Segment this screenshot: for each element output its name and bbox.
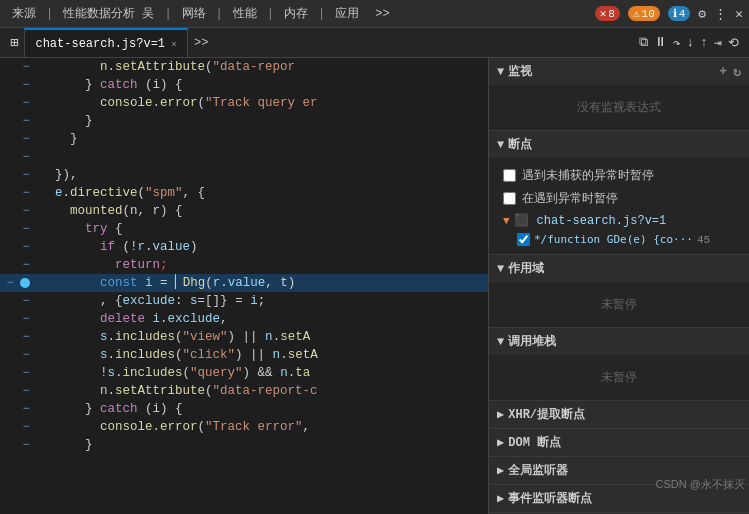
nav-perf-data[interactable]: 性能数据分析 吴 <box>57 3 160 24</box>
code-line: − if (!r.value) <box>0 238 488 256</box>
code-text: if (!r.value) <box>40 238 484 256</box>
breakpoint-item-checkbox[interactable] <box>517 233 530 246</box>
global-expand-icon: ▶ <box>497 463 504 478</box>
gutter: − <box>4 328 40 346</box>
info-count-badge[interactable]: ℹ 4 <box>668 6 691 21</box>
settings-icon[interactable]: ⚙ <box>698 6 706 22</box>
dom-expand-icon: ▶ <box>497 435 504 450</box>
fold-icon[interactable]: − <box>20 382 32 400</box>
uncaught-exception-row: 遇到未捕获的异常时暂停 <box>497 164 741 187</box>
nav-sep4: | <box>267 7 274 21</box>
more-options-icon[interactable]: ⋮ <box>714 6 727 22</box>
nav-more[interactable]: >> <box>369 5 395 23</box>
code-editor: − n.setAttribute("data-repor − } catch (… <box>0 58 489 514</box>
watch-title: 监视 <box>508 63 715 80</box>
breakpoint-line-num: 45 <box>697 234 710 246</box>
split-editor-icon[interactable]: ⧉ <box>639 35 648 50</box>
nav-icons-group: ✕ 8 ⚠ 10 ℹ 4 ⚙ ⋮ ✕ <box>595 6 743 22</box>
fold-icon[interactable]: − <box>20 310 32 328</box>
fold-icon[interactable]: − <box>20 400 32 418</box>
gutter: − <box>4 202 40 220</box>
scope-section: ▼ 作用域 未暂停 <box>489 255 749 328</box>
xhr-header[interactable]: ▶ XHR/提取断点 <box>489 401 749 428</box>
fold-icon[interactable]: − <box>20 292 32 310</box>
breakpoint-item: */function GDe(e) {co··· 45 <box>497 231 741 248</box>
deactivate-breakpoints-icon[interactable]: ⟲ <box>728 35 739 51</box>
code-line: − n.setAttribute("data-repor <box>0 58 488 76</box>
fold-icon[interactable]: − <box>20 346 32 364</box>
fold-icon[interactable]: − <box>20 418 32 436</box>
fold-icon[interactable]: − <box>20 220 32 238</box>
nav-app[interactable]: 应用 <box>329 3 365 24</box>
dom-header[interactable]: ▶ DOM 断点 <box>489 429 749 456</box>
gutter: − <box>4 130 40 148</box>
dom-title: DOM 断点 <box>508 434 741 451</box>
gutter: − <box>4 400 40 418</box>
fold-icon[interactable]: − <box>20 256 32 274</box>
tab-right-icons: ⧉ ⏸ ↷ ↓ ↑ ⇥ ⟲ <box>639 35 745 51</box>
error-count-badge[interactable]: ✕ 8 <box>595 6 620 21</box>
gutter: − <box>4 184 40 202</box>
toggle-sidebar-icon[interactable]: ⊞ <box>4 34 24 51</box>
fold-icon[interactable]: − <box>20 364 32 382</box>
fold-icon[interactable]: − <box>20 202 32 220</box>
caught-exception-checkbox[interactable] <box>503 192 516 205</box>
breakpoint-file-toggle-icon[interactable]: ▼ <box>503 215 510 227</box>
call-stack-header[interactable]: ▼ 调用堆栈 <box>489 328 749 355</box>
fold-icon[interactable]: − <box>20 166 32 184</box>
step-out-icon[interactable]: ↑ <box>700 35 708 50</box>
fold-icon[interactable]: − <box>20 238 32 256</box>
watch-content: 没有监视表达式 <box>489 85 749 130</box>
gutter: − <box>4 220 40 238</box>
nav-memory[interactable]: 内存 <box>278 3 314 24</box>
step-over-icon[interactable]: ↷ <box>673 35 681 51</box>
gutter: − <box>4 238 40 256</box>
gutter: − <box>4 310 40 328</box>
close-devtools-icon[interactable]: ✕ <box>735 6 743 22</box>
tab-chat-search[interactable]: chat-search.js?v=1 ✕ <box>24 28 188 57</box>
step-into-icon[interactable]: ↓ <box>687 35 695 50</box>
uncaught-exception-checkbox[interactable] <box>503 169 516 182</box>
continue-icon[interactable]: ⇥ <box>714 35 722 51</box>
fold-icon[interactable]: − <box>20 130 32 148</box>
code-text: } catch (i) { <box>40 400 484 418</box>
watch-section-header[interactable]: ▼ 监视 + ↻ <box>489 58 749 85</box>
watermark: CSDN @永不抹灭 <box>656 477 745 492</box>
xhr-title: XHR/提取断点 <box>508 406 741 423</box>
fold-icon[interactable]: − <box>20 76 32 94</box>
fold-icon[interactable]: − <box>20 436 32 454</box>
scope-content: 未暂停 <box>489 282 749 327</box>
fold-icon[interactable]: − <box>4 274 16 292</box>
code-line-active: − const i = ▏Dhg(r.value, t) <box>0 274 488 292</box>
code-line: − e.directive("spm", { <box>0 184 488 202</box>
breakpoints-title: 断点 <box>508 136 741 153</box>
fold-icon[interactable]: − <box>20 148 32 166</box>
add-watch-icon[interactable]: + <box>719 64 727 80</box>
fold-icon[interactable]: − <box>20 112 32 130</box>
code-text: !s.includes("query") && n.ta <box>40 364 484 382</box>
code-text: const i = ▏Dhg(r.value, t) <box>40 274 484 292</box>
code-text: return; <box>40 256 484 274</box>
tab-close-icon[interactable]: ✕ <box>171 38 177 50</box>
scope-header[interactable]: ▼ 作用域 <box>489 255 749 282</box>
fold-icon[interactable]: − <box>20 184 32 202</box>
pause-icon[interactable]: ⏸ <box>654 35 667 50</box>
watch-section: ▼ 监视 + ↻ 没有监视表达式 <box>489 58 749 131</box>
tab-more-icon[interactable]: >> <box>188 36 214 50</box>
warn-count-badge[interactable]: ⚠ 10 <box>628 6 660 21</box>
breakpoints-header[interactable]: ▼ 断点 <box>489 131 749 158</box>
nav-perf[interactable]: 性能 <box>227 3 263 24</box>
nav-source[interactable]: 来源 <box>6 3 42 24</box>
code-line: − }), <box>0 166 488 184</box>
nav-sep1: | <box>46 7 53 21</box>
gutter: − <box>4 346 40 364</box>
gutter: − <box>4 58 40 76</box>
xhr-section: ▶ XHR/提取断点 <box>489 401 749 429</box>
fold-icon[interactable]: − <box>20 328 32 346</box>
fold-icon[interactable]: − <box>20 94 32 112</box>
fold-icon[interactable]: − <box>20 58 32 76</box>
code-line: − } catch (i) { <box>0 76 488 94</box>
refresh-watch-icon[interactable]: ↻ <box>733 64 741 80</box>
scope-title: 作用域 <box>508 260 741 277</box>
nav-network[interactable]: 网络 <box>176 3 212 24</box>
